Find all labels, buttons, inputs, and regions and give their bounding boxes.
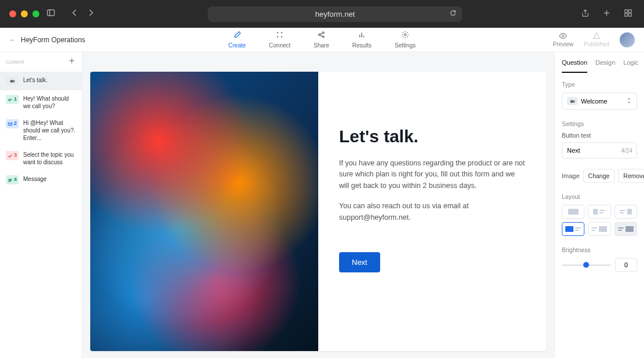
sidebar-header: Content <box>0 52 82 72</box>
svg-point-14 <box>322 36 324 38</box>
properties-panel: Question Design Logic Type Welcome Setti… <box>554 52 644 358</box>
tab-results[interactable]: Results <box>351 28 373 51</box>
email-badge-icon: 2 <box>6 119 19 128</box>
app: ← HeyForm Operations Create Connect Shar… <box>0 28 644 358</box>
svg-point-21 <box>562 35 565 37</box>
layout-section: Layout <box>562 193 637 236</box>
question-item-welcome[interactable]: Let's talk. <box>0 72 82 90</box>
next-button[interactable]: Next <box>339 252 380 272</box>
canvas-title[interactable]: Let's talk. <box>339 127 525 146</box>
slider-thumb[interactable] <box>583 262 589 268</box>
window-minimize[interactable] <box>21 10 28 17</box>
new-tab-icon[interactable] <box>600 6 613 22</box>
change-image-button[interactable]: Change <box>583 169 615 183</box>
svg-point-9 <box>281 32 282 33</box>
preview-button[interactable]: Preview <box>553 32 574 47</box>
svg-rect-4 <box>625 9 628 12</box>
canvas-content: Let's talk. If you have any questions re… <box>318 72 546 351</box>
panel-body: Type Welcome Settings Button text 4/24 <box>555 73 644 290</box>
tab-share[interactable]: Share <box>312 28 330 51</box>
published-button[interactable]: Published <box>584 32 609 47</box>
sidebar-toggle-icon[interactable] <box>44 6 58 22</box>
connect-icon <box>275 31 284 41</box>
share-icon[interactable] <box>579 6 592 22</box>
question-item-4[interactable]: 4 Message <box>0 171 82 189</box>
browser-actions <box>579 6 635 22</box>
canvas-paragraph-1[interactable]: If you have any questions regarding the … <box>339 158 525 191</box>
window-zoom[interactable] <box>32 10 39 17</box>
nav-arrows <box>68 6 97 21</box>
remove-image-button[interactable]: Remove <box>618 169 644 183</box>
published-label: Published <box>584 41 609 47</box>
svg-rect-0 <box>47 10 54 16</box>
welcome-icon <box>567 97 577 105</box>
svg-point-20 <box>404 34 406 36</box>
tab-label: Create <box>229 42 246 49</box>
svg-point-10 <box>277 36 278 37</box>
layout-opt-6[interactable] <box>614 222 637 236</box>
window-close[interactable] <box>9 10 16 17</box>
layout-opt-3[interactable] <box>614 205 637 219</box>
panel-tabs: Question Design Logic <box>555 52 644 73</box>
image-section: Image Change Remove <box>562 169 637 183</box>
brightness-value[interactable]: 0 <box>615 258 637 272</box>
form-canvas: Let's talk. If you have any questions re… <box>90 72 546 351</box>
svg-point-13 <box>322 32 324 34</box>
reload-icon[interactable] <box>450 10 457 19</box>
image-label: Image <box>562 172 580 179</box>
question-item-2[interactable]: 2 Hi @Hey! What should we call you?. Ent… <box>0 115 82 146</box>
layout-opt-2[interactable] <box>588 205 610 219</box>
tab-connect[interactable]: Connect <box>268 28 292 51</box>
tab-label: Connect <box>269 42 290 49</box>
panel-tab-logic[interactable]: Logic <box>623 52 638 73</box>
breadcrumb-title[interactable]: HeyForm Operations <box>21 36 85 44</box>
question-item-1[interactable]: 1 Hey! What should we call you? <box>0 90 82 115</box>
questions-sidebar: Content Let's talk. 1 Hey! What should w… <box>0 52 82 358</box>
choice-badge-icon: 3 <box>6 151 19 160</box>
tab-settings[interactable]: Settings <box>393 28 417 51</box>
svg-rect-31 <box>570 100 573 103</box>
chevron-updown-icon <box>626 97 632 105</box>
brightness-slider[interactable] <box>562 264 610 266</box>
topbar: ← HeyForm Operations Create Connect Shar… <box>0 28 644 52</box>
svg-point-12 <box>318 34 320 36</box>
back-icon[interactable] <box>68 6 81 21</box>
layout-opt-5[interactable] <box>588 222 610 236</box>
tab-label: Settings <box>395 42 415 49</box>
svg-rect-5 <box>628 9 631 12</box>
svg-line-16 <box>320 35 323 36</box>
layout-opt-1[interactable] <box>562 205 584 219</box>
browser-chrome: heyform.net <box>0 0 644 28</box>
layout-opt-4[interactable] <box>562 222 584 236</box>
settings-icon <box>401 31 409 41</box>
question-label: Message <box>23 175 47 183</box>
forward-icon[interactable] <box>84 6 97 21</box>
back-link-icon[interactable]: ← <box>9 36 16 44</box>
svg-rect-27 <box>8 123 12 126</box>
question-item-3[interactable]: 3 Select the topic you want to discuss <box>0 146 82 171</box>
preview-label: Preview <box>553 41 574 47</box>
tab-create[interactable]: Create <box>227 28 247 51</box>
settings-section: Settings Button text 4/24 <box>562 120 637 158</box>
add-question-icon[interactable] <box>68 57 76 67</box>
top-right-actions: Preview Published <box>553 32 635 47</box>
panel-tab-design[interactable]: Design <box>595 52 615 73</box>
svg-rect-7 <box>628 13 631 16</box>
brightness-label: Brightness <box>562 246 637 253</box>
svg-rect-24 <box>10 80 13 83</box>
type-select[interactable]: Welcome <box>562 93 637 110</box>
type-label: Type <box>562 81 637 88</box>
canvas-image <box>90 72 318 351</box>
button-text-label: Button text <box>562 132 637 139</box>
brightness-section: Brightness 0 <box>562 246 637 272</box>
share-tab-icon <box>317 31 325 41</box>
canvas-paragraph-2[interactable]: You can also reach out to us via email a… <box>339 201 525 223</box>
breadcrumb: ← HeyForm Operations <box>9 36 85 44</box>
layout-label: Layout <box>562 193 637 200</box>
tabs-grid-icon[interactable] <box>621 6 635 22</box>
panel-tab-question[interactable]: Question <box>562 52 587 73</box>
question-label: Hi @Hey! What should we call you?. Enter… <box>23 119 76 142</box>
url-field[interactable]: heyform.net <box>208 6 462 22</box>
url-text: heyform.net <box>315 10 355 19</box>
avatar[interactable] <box>620 32 635 47</box>
